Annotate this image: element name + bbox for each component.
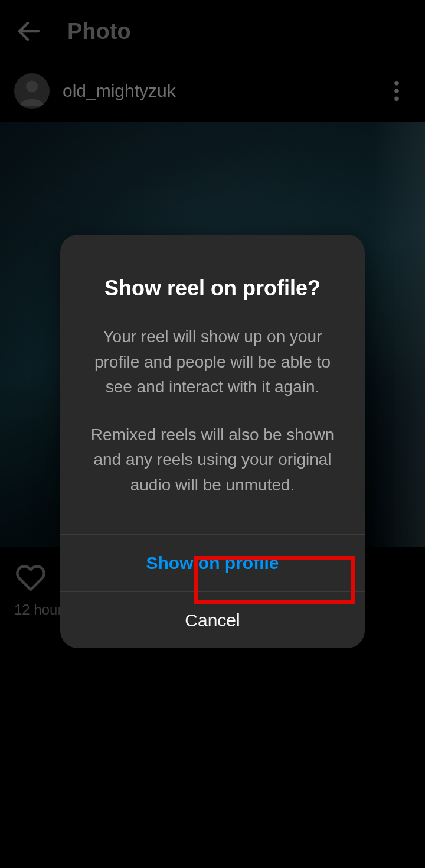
confirm-dialog: Show reel on profile? Your reel will sho… [60, 235, 365, 648]
dialog-message: Your reel will show up on your profile a… [89, 324, 336, 498]
dialog-body: Show reel on profile? Your reel will sho… [60, 235, 365, 534]
dialog-actions: Show on profile Cancel [60, 534, 365, 648]
show-on-profile-button[interactable]: Show on profile [60, 535, 365, 591]
dialog-title: Show reel on profile? [89, 276, 336, 301]
cancel-button[interactable]: Cancel [60, 591, 365, 648]
dialog-paragraph: Your reel will show up on your profile a… [89, 324, 336, 400]
dialog-paragraph: Remixed reels will also be shown and any… [89, 422, 336, 498]
